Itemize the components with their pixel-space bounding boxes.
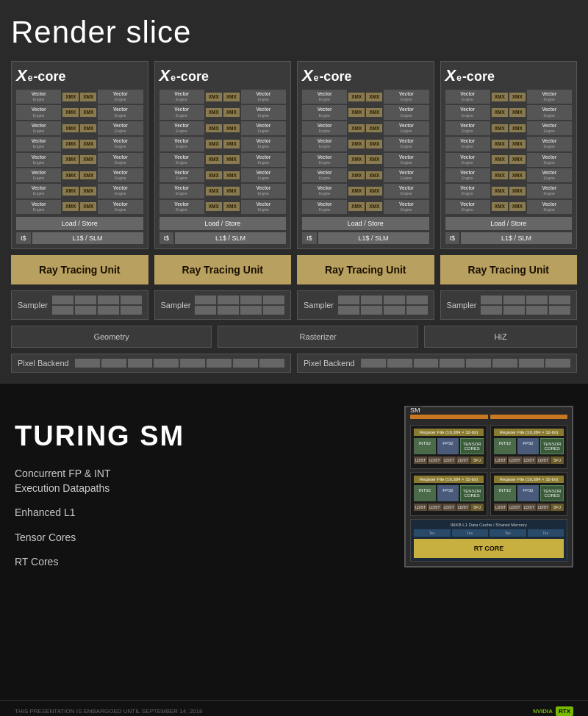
xmx-block: XMX	[62, 155, 79, 164]
turing-info: TURING SM Concurrent FP & INTExecution D…	[15, 406, 382, 580]
sampler-block	[503, 296, 525, 304]
vector-block: VectorEngine	[98, 105, 143, 119]
sampler-row: Sampler Sampler	[11, 290, 577, 320]
vector-row: VectorEngine XMX XMX VectorEngine	[445, 200, 573, 214]
sm-sfu: SFU	[470, 504, 484, 511]
vector-block: VectorEngine	[159, 184, 204, 198]
vector-block: VectorEngine	[302, 121, 347, 135]
vector-block: VectorEngine	[384, 105, 429, 119]
xmx-block: XMX	[509, 202, 526, 211]
vector-block: VectorEngine	[445, 153, 490, 167]
rt-unit-2: Ray Tracing Unit	[154, 255, 292, 284]
sampler-blocks-4	[481, 296, 570, 315]
xmx-block: XMX	[348, 93, 365, 101]
xmx-block: XMX	[492, 171, 508, 180]
vector-row: VectorEngine XMX XMX VectorEngine	[302, 105, 429, 119]
rt-unit-4: Ray Tracing Unit	[440, 255, 578, 284]
pixel-block	[519, 359, 544, 368]
xmx-block: XMX	[348, 155, 365, 164]
vector-row: VectorEngine XMX XMX VectorEngine	[159, 121, 287, 135]
rtx-badge: NVIDIA RTX	[533, 706, 573, 716]
xmx-block: XMX	[366, 155, 382, 164]
turing-feature-3: Tensor Cores	[15, 531, 382, 545]
vector-block: VectorEngine	[302, 184, 347, 198]
xmx-block: XMX	[80, 108, 96, 117]
xmx-block: XMX	[62, 171, 79, 180]
sampler-blocks-1	[52, 296, 142, 315]
sampler-block	[406, 296, 428, 304]
xmx-block: XMX	[366, 202, 382, 211]
sampler-block	[526, 296, 548, 304]
page-title: Render slice	[11, 15, 577, 50]
xmx-block: XMX	[509, 140, 526, 148]
xmx-block: XMX	[206, 155, 222, 164]
vector-row: VectorEngine XMX XMX VectorEngine	[445, 168, 573, 182]
cache-l1-2: L1$ / SLM	[175, 232, 286, 244]
sm-reg-file-3: Register File (16,384 × 32-bit)	[414, 476, 484, 483]
cache-l1-1: L1$ / SLM	[32, 232, 143, 244]
xmx-block: XMX	[80, 155, 96, 164]
xmx-block: XMX	[206, 108, 222, 117]
vector-row: VectorEngine XMX XMX VectorEngine	[159, 90, 287, 104]
pixel-block	[492, 359, 517, 368]
xe-core-2: Xe-core VectorEngine XMX XMX VectorEngin…	[154, 61, 292, 249]
xmx-block: XMX	[223, 140, 240, 148]
cache-l1-4: L1$ / SLM	[461, 232, 572, 244]
turing-feature-1: Concurrent FP & INTExecution Datapaths	[15, 467, 382, 495]
vector-block: VectorEngine	[16, 184, 61, 198]
xmx-block: XMX	[509, 124, 526, 133]
sm-tex-block: Tex	[528, 529, 564, 537]
sm-ldst: LD/ST	[508, 457, 521, 464]
vector-block: VectorEngine	[445, 137, 490, 151]
vector-row: VectorEngine XMX XMX VectorEngine	[16, 153, 143, 167]
xmx-block: XMX	[366, 93, 382, 101]
xe-cores-row: Xe-core VectorEngine XMX XMX VectorEngin…	[11, 61, 577, 249]
vector-block: VectorEngine	[445, 184, 490, 198]
xmx-block: XMX	[223, 171, 240, 180]
xmx-block: XMX	[80, 171, 96, 180]
vector-block: VectorEngine	[384, 137, 429, 151]
xmx-block: XMX	[223, 202, 240, 211]
vector-row: VectorEngine XMX XMX VectorEngine	[302, 168, 429, 182]
xmx-block: XMX	[492, 202, 508, 211]
xmx-block: XMX	[80, 93, 96, 101]
pixel-block	[361, 359, 386, 368]
xmx-block: XMX	[80, 187, 96, 196]
sm-quadrant-3: Register File (16,384 × 32-bit) INT32 FP…	[410, 472, 487, 516]
xmx-block: XMX	[223, 108, 240, 117]
xmx-block: XMX	[206, 202, 222, 211]
sm-ldst-row: LD/ST LD/ST LD/ST LD/ST SFU	[414, 504, 484, 511]
vector-block: VectorEngine	[98, 200, 143, 214]
sm-ldst: LD/ST	[442, 504, 456, 511]
vector-block: VectorEngine	[527, 200, 572, 214]
sampler-unit-2: Sampler	[154, 290, 292, 320]
bottom-section: TURING SM Concurrent FP & INTExecution D…	[0, 384, 588, 700]
sampler-block	[75, 296, 96, 304]
sm-ldst-row: LD/ST LD/ST LD/ST LD/ST SFU	[494, 504, 564, 511]
xmx-block: XMX	[348, 202, 365, 211]
vector-block: VectorEngine	[527, 153, 572, 167]
vector-row: VectorEngine XMX XMX VectorEngine	[302, 200, 429, 214]
sm-int32: INT32	[414, 485, 436, 501]
sampler-block	[240, 306, 262, 315]
sampler-label-2: Sampler	[161, 301, 191, 309]
vector-row: VectorEngine XMX XMX VectorEngine	[16, 184, 143, 198]
vector-block: VectorEngine	[16, 168, 61, 182]
vector-block: VectorEngine	[527, 168, 572, 182]
vector-row: VectorEngine XMX XMX VectorEngine	[445, 137, 573, 151]
sampler-blocks-3	[338, 296, 428, 315]
sampler-block	[218, 306, 239, 315]
sampler-block	[384, 306, 405, 315]
sampler-unit-3: Sampler	[297, 290, 434, 320]
vector-row: VectorEngine XMX XMX VectorEngine	[302, 137, 429, 151]
sm-container: SM Register File (16,384 × 32-bit) INT32…	[404, 406, 573, 568]
sm-l1-section: 96KB L1 Data Cache / Shared Memory Tex T…	[410, 519, 567, 562]
rt-unit-1: Ray Tracing Unit	[11, 255, 148, 284]
xe-core-3: Xe-core VectorEngine XMX XMX VectorEngin…	[297, 61, 434, 249]
sampler-block	[526, 306, 548, 315]
sampler-block	[121, 306, 142, 315]
vector-block: VectorEngine	[241, 121, 286, 135]
vector-block: VectorEngine	[98, 168, 143, 182]
vector-block: VectorEngine	[384, 121, 429, 135]
xmx-block: XMX	[223, 124, 240, 133]
